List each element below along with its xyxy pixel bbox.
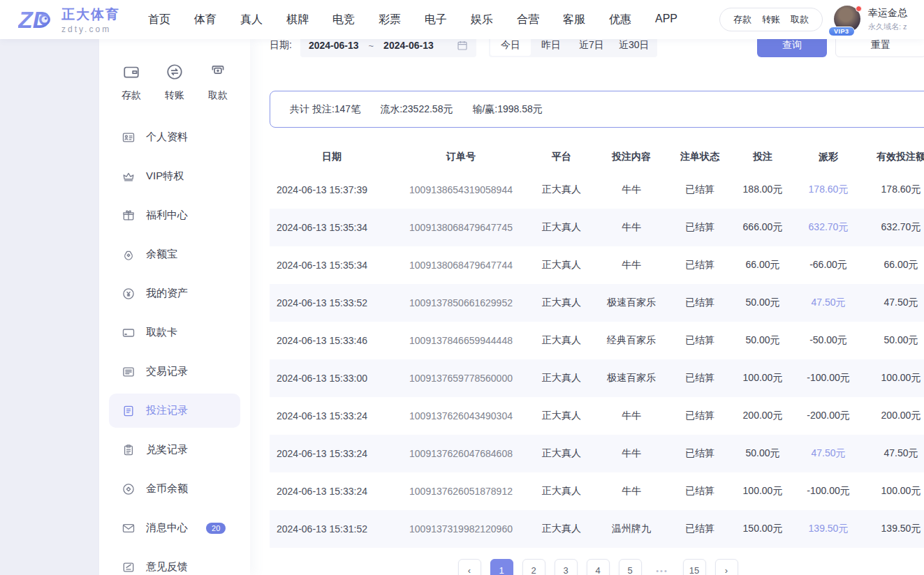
cell-order-id: 1009138654319058944 [394, 171, 528, 209]
cell-order-id: 1009138068479647744 [394, 246, 528, 284]
nav-item[interactable]: 优惠 [609, 13, 631, 27]
page-button[interactable]: 3 [555, 559, 578, 575]
date-label: 日期: [270, 39, 292, 52]
cell-content: 牛牛 [595, 246, 668, 284]
page-button[interactable]: 15 [683, 559, 706, 575]
date-to-value[interactable]: 2024-06-13 [383, 40, 434, 51]
sidebar-item-交易记录[interactable]: 交易记录 [109, 354, 240, 389]
cell-platform: 正大真人 [528, 171, 595, 209]
nav-item[interactable]: 棋牌 [286, 13, 309, 27]
table-row[interactable]: 2024-06-13 15:33:24 1009137626043490304 … [270, 397, 924, 435]
redeem-record-icon [122, 443, 135, 457]
permanent-domain-note: 永久域名: z [868, 22, 907, 32]
summary-stat: 输/赢:1998.58元 [472, 103, 542, 116]
cell-bet: 100.00元 [732, 472, 793, 510]
quick-action[interactable]: 转账 [165, 63, 184, 102]
cell-bet: 150.00元 [732, 510, 793, 548]
main-nav: 首页体育真人棋牌电竞彩票电子娱乐合营客服优惠APP [148, 13, 677, 27]
table-header: 日期订单号平台投注内容注单状态投注派彩有效投注额 [270, 143, 924, 171]
calendar-icon[interactable] [457, 40, 468, 51]
sidebar-item-取款卡[interactable]: 取款卡 [109, 315, 240, 350]
column-header: 注单状态 [668, 143, 732, 171]
column-header: 投注内容 [595, 143, 668, 171]
prev-page-button[interactable]: ‹ [458, 559, 481, 575]
nav-item[interactable]: 电竞 [332, 13, 355, 27]
sidebar-item-余额宝[interactable]: 余额宝 [109, 237, 240, 271]
cell-status: 已结算 [668, 359, 732, 397]
quick-action[interactable]: 存款 [122, 63, 141, 102]
sidebar-item-投注记录[interactable]: 投注记录 [109, 394, 240, 428]
sidebar-item-意见反馈[interactable]: 意见反馈 [109, 550, 240, 575]
date-from-value[interactable]: 2024-06-13 [309, 40, 359, 51]
sidebar-item-我的资产[interactable]: 我的资产 [109, 276, 240, 311]
cell-status: 已结算 [668, 322, 732, 359]
table-row[interactable]: 2024-06-13 15:33:00 1009137659778560000 … [270, 359, 924, 397]
cell-bet: 66.00元 [732, 246, 793, 284]
column-header: 派彩 [793, 143, 863, 171]
nav-item[interactable]: 体育 [194, 13, 217, 27]
table-row[interactable]: 2024-06-13 15:33:24 1009137626051878912 … [270, 472, 924, 510]
sidebar-item-VIP特权[interactable]: VIP特权 [109, 159, 240, 193]
table-row[interactable]: 2024-06-13 15:35:34 1009138068479647744 … [270, 246, 924, 284]
withdraw-icon [209, 63, 227, 84]
cell-platform: 正大真人 [528, 472, 595, 510]
cell-date: 2024-06-13 15:35:34 [270, 209, 394, 246]
page-button[interactable]: ••• [651, 559, 674, 575]
sidebar-item-福利中心[interactable]: 福利中心 [109, 198, 240, 232]
cell-payout: 47.50元 [793, 435, 863, 472]
sidebar-item-个人资料[interactable]: 个人资料 [109, 120, 240, 154]
cell-content: 牛牛 [595, 209, 668, 246]
wallet-pill-action[interactable]: 转账 [762, 13, 780, 26]
summary-bar: 共计 投注:147笔流水:23522.58元输/赢:1998.58元 [270, 91, 924, 128]
nav-item[interactable]: 首页 [148, 13, 170, 27]
cell-platform: 正大真人 [528, 359, 595, 397]
nav-item[interactable]: 合营 [517, 13, 539, 27]
cell-content: 牛牛 [595, 472, 668, 510]
table-row[interactable]: 2024-06-13 15:37:39 1009138654319058944 … [270, 171, 924, 209]
quick-action[interactable]: 取款 [208, 63, 228, 102]
table-row[interactable]: 2024-06-13 15:31:52 1009137319982120960 … [270, 510, 924, 548]
cell-platform: 正大真人 [528, 284, 595, 322]
table-row[interactable]: 2024-06-13 15:35:34 1009138068479647745 … [270, 209, 924, 246]
cell-status: 已结算 [668, 397, 732, 435]
table-row[interactable]: 2024-06-13 15:33:52 1009137850661629952 … [270, 284, 924, 322]
cell-order-id: 1009137846659944448 [394, 322, 528, 359]
nav-item[interactable]: 真人 [240, 13, 263, 27]
cell-date: 2024-06-13 15:33:24 [270, 435, 394, 472]
cell-content: 经典百家乐 [595, 322, 668, 359]
nav-item[interactable]: 彩票 [379, 13, 401, 27]
sidebar-menu: 个人资料 VIP特权 福利中心 余额宝 我的资产 [99, 120, 250, 575]
cell-valid-bet: 100.00元 [863, 472, 924, 510]
nav-item[interactable]: 客服 [563, 13, 585, 27]
user-account[interactable]: VIP3 幸运金总 永久域名: z [834, 6, 907, 33]
cell-platform: 正大真人 [528, 246, 595, 284]
cell-payout: -200.00元 [793, 397, 863, 435]
page-button[interactable]: 1 [490, 559, 513, 575]
page-button[interactable]: 2 [522, 559, 545, 575]
summary-stat: 共计 投注:147笔 [290, 103, 360, 116]
nav-item[interactable]: APP [655, 13, 677, 27]
wallet-pill-action[interactable]: 存款 [733, 13, 751, 26]
sidebar-item-金币余额[interactable]: 金币余额 [109, 472, 240, 506]
column-header: 日期 [270, 143, 394, 171]
cell-payout: 139.50元 [793, 510, 863, 548]
wallet-pill-action[interactable]: 取款 [791, 13, 809, 26]
table-row[interactable]: 2024-06-13 15:33:24 1009137626047684608 … [270, 435, 924, 472]
page-button[interactable]: 5 [619, 559, 642, 575]
sidebar-item-兑奖记录[interactable]: 兑奖记录 [109, 433, 240, 467]
page-button[interactable]: 4 [587, 559, 610, 575]
cell-order-id: 1009138068479647745 [394, 209, 528, 246]
cell-date: 2024-06-13 15:35:34 [270, 246, 394, 284]
cell-status: 已结算 [668, 472, 732, 510]
next-page-button[interactable]: › [715, 559, 738, 575]
site-logo[interactable]: ZD 正大体育 zdty.com [18, 5, 120, 34]
nav-item[interactable]: 娱乐 [471, 13, 493, 27]
cell-valid-bet: 50.00元 [863, 322, 924, 359]
table-row[interactable]: 2024-06-13 15:33:46 1009137846659944448 … [270, 322, 924, 359]
sidebar-item-消息中心[interactable]: 消息中心 20 [109, 511, 240, 545]
cell-bet: 188.00元 [732, 171, 793, 209]
nav-item[interactable]: 电子 [425, 13, 447, 27]
column-header: 平台 [528, 143, 595, 171]
cell-content: 牛牛 [595, 171, 668, 209]
top-header: ZD 正大体育 zdty.com 首页体育真人棋牌电竞彩票电子娱乐合营客服优惠A… [0, 0, 924, 39]
